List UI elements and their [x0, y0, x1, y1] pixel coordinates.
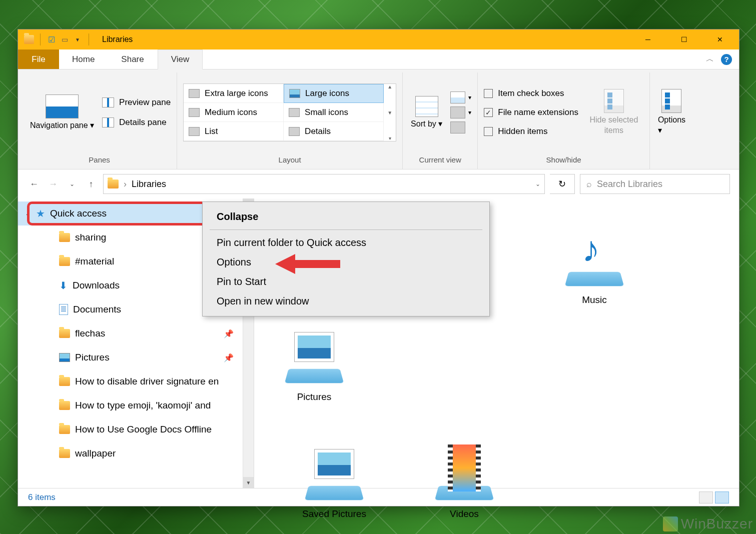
add-columns-button[interactable]: ▾: [450, 106, 471, 118]
small-icons-button[interactable]: Small icons: [284, 103, 384, 122]
breadcrumb-location[interactable]: Libraries: [132, 179, 166, 190]
show-hide-group-label: Show/hide: [484, 152, 643, 169]
library-label: Saved Pictures: [302, 508, 366, 520]
search-icon: ⌕: [586, 179, 592, 190]
layout-group-label: Layout: [183, 152, 396, 169]
properties-icon[interactable]: ☑: [47, 34, 57, 44]
ctx-new-window[interactable]: Open in new window: [203, 292, 489, 311]
file-extensions-toggle[interactable]: ✓File name extensions: [484, 104, 578, 120]
ctx-pin-start[interactable]: Pin to Start: [203, 272, 489, 292]
show-hide-group: Item check boxes ✓File name extensions H…: [478, 72, 650, 169]
folder-icon: [59, 233, 70, 242]
scroll-down-icon[interactable]: ▼: [243, 477, 254, 488]
maximize-button[interactable]: ☐: [666, 30, 702, 50]
refresh-button[interactable]: ↻: [550, 174, 575, 194]
options-button[interactable]: Options▾: [656, 89, 687, 136]
sidebar-item[interactable]: How to type emoji, 'kaomoji' and: [18, 394, 254, 418]
library-item-pictures[interactable]: Pictures: [269, 326, 359, 402]
item-count: 6 items: [28, 492, 56, 502]
watermark: WinBuzzer: [663, 516, 753, 532]
pictures-icon: [315, 450, 354, 478]
options-icon: [661, 89, 681, 113]
current-view-group: Sort by ▾ ▾ ▾ Current view: [403, 72, 478, 169]
file-tab[interactable]: File: [18, 50, 59, 69]
sidebar-item[interactable]: How to Use Google Docs Offline: [18, 418, 254, 442]
titlebar[interactable]: ☑ ▭ ▼ Libraries ─ ☐ ✕: [18, 30, 739, 50]
library-item-videos[interactable]: Videos: [419, 442, 509, 520]
minimize-button[interactable]: ─: [630, 30, 666, 50]
share-tab[interactable]: Share: [108, 50, 157, 69]
navigation-pane-icon: [46, 94, 79, 118]
close-button[interactable]: ✕: [702, 30, 738, 50]
home-tab[interactable]: Home: [59, 50, 108, 69]
scroll-down-icon[interactable]: ▼: [387, 110, 392, 116]
folder-icon: [59, 425, 70, 434]
details-icon: [289, 127, 300, 136]
collapse-ribbon-icon[interactable]: ︿: [706, 54, 714, 64]
panes-group: Navigation pane ▾ Preview pane Details p…: [22, 72, 177, 169]
sidebar-item[interactable]: Pictures📌: [18, 346, 254, 370]
sidebar-item[interactable]: How to disable driver signature en: [18, 370, 254, 394]
view-tab[interactable]: View: [158, 50, 203, 70]
details-view-button[interactable]: [699, 492, 713, 504]
pin-icon: 📌: [224, 329, 234, 338]
ctx-collapse[interactable]: Collapse: [203, 207, 489, 226]
star-icon: ★: [36, 208, 45, 220]
forward-button[interactable]: →: [46, 177, 60, 191]
preview-pane-button[interactable]: Preview pane: [102, 98, 171, 108]
search-placeholder: Search Libraries: [597, 179, 662, 190]
medium-icons-button[interactable]: Medium icons: [184, 103, 284, 122]
scroll-up-icon[interactable]: ▲: [387, 84, 392, 90]
back-button[interactable]: ←: [27, 177, 41, 191]
folder-icon: [108, 180, 119, 188]
extra-large-icons-button[interactable]: Extra large icons: [184, 84, 284, 103]
search-input[interactable]: ⌕ Search Libraries: [580, 174, 730, 194]
small-icons-icon: [289, 108, 300, 117]
up-button[interactable]: ↑: [84, 177, 98, 191]
scroll-more-icon[interactable]: ▾: [389, 136, 391, 141]
medium-icons-icon: [189, 108, 200, 117]
qat-dropdown-icon[interactable]: ▼: [73, 34, 83, 44]
sort-by-button[interactable]: Sort by ▾: [409, 96, 444, 130]
document-icon: [59, 304, 68, 315]
add-columns-icon: [450, 106, 465, 118]
sidebar-item-label: wallpaper: [75, 448, 116, 459]
details-button[interactable]: Details: [284, 122, 384, 141]
sidebar-item-label: sharing: [75, 232, 106, 243]
group-by-button[interactable]: ▾: [450, 92, 471, 104]
folder-icon: [59, 449, 70, 458]
divider: [89, 34, 89, 46]
sidebar-item-label: #material: [75, 256, 114, 267]
library-item-saved-pictures[interactable]: Saved Pictures: [289, 442, 379, 520]
watermark-icon: [663, 516, 678, 532]
library-item-music[interactable]: ♪ Music: [549, 228, 639, 306]
address-input[interactable]: › Libraries ⌄: [103, 174, 545, 194]
details-pane-icon: [102, 118, 114, 128]
large-icons-button[interactable]: Large icons: [284, 84, 384, 103]
size-columns-button[interactable]: [450, 122, 471, 134]
layout-scroll[interactable]: ▲▼▾: [384, 84, 396, 141]
ctx-pin-current[interactable]: Pin current folder to Quick access: [203, 233, 489, 252]
address-dropdown-icon[interactable]: ⌄: [535, 180, 540, 188]
navigation-pane-button[interactable]: Navigation pane ▾: [28, 94, 96, 131]
sidebar-item-label: How to Use Google Docs Offline: [75, 424, 212, 435]
sidebar-item[interactable]: flechas📌: [18, 322, 254, 346]
library-label: Videos: [450, 508, 479, 520]
videos-icon: [448, 444, 481, 492]
details-pane-button[interactable]: Details pane: [102, 118, 171, 128]
new-folder-icon[interactable]: ▭: [60, 34, 70, 44]
sidebar-item-label: How to disable driver signature en: [75, 376, 219, 387]
sidebar-item-label: flechas: [75, 328, 105, 339]
hide-selected-button[interactable]: Hide selected items: [584, 89, 643, 136]
chevron-down-icon[interactable]: ⌄: [25, 210, 31, 218]
icons-view-button[interactable]: [715, 492, 729, 504]
recent-locations-button[interactable]: ⌄: [65, 177, 79, 191]
checkbox-icon: [484, 127, 493, 136]
hidden-items-toggle[interactable]: Hidden items: [484, 124, 578, 140]
help-icon[interactable]: ?: [721, 54, 732, 65]
sidebar-item-label: How to type emoji, 'kaomoji' and: [75, 400, 211, 411]
ctx-options[interactable]: Options: [203, 252, 489, 272]
list-button[interactable]: List: [184, 122, 284, 141]
sidebar-item[interactable]: wallpaper: [18, 442, 254, 466]
item-checkboxes-toggle[interactable]: Item check boxes: [484, 86, 578, 102]
